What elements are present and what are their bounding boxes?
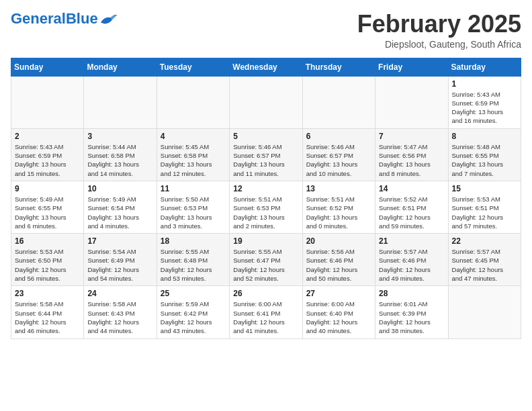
day-info: Sunrise: 5:46 AM Sunset: 6:57 PM Dayligh… [306,142,371,178]
logo-text: GeneralBlue [11,11,98,27]
calendar-cell [11,76,84,128]
day-number: 13 [306,184,371,193]
day-number: 19 [233,236,298,246]
day-info: Sunrise: 5:51 AM Sunset: 6:52 PM Dayligh… [306,195,371,230]
calendar-week-row: 2Sunrise: 5:43 AM Sunset: 6:59 PM Daylig… [11,128,521,181]
day-info: Sunrise: 5:58 AM Sunset: 6:43 PM Dayligh… [87,300,152,335]
day-number: 5 [233,132,298,141]
calendar-cell: 8Sunrise: 5:48 AM Sunset: 6:55 PM Daylig… [448,128,521,181]
day-number: 28 [379,289,444,298]
day-number: 4 [161,132,226,141]
day-number: 17 [87,236,152,246]
location-text: Diepsloot, Gauteng, South Africa [357,39,521,50]
day-info: Sunrise: 5:46 AM Sunset: 6:57 PM Dayligh… [233,142,298,178]
calendar-cell: 28Sunrise: 6:01 AM Sunset: 6:39 PM Dayli… [375,286,448,338]
day-number: 22 [452,236,517,246]
logo: GeneralBlue [11,11,118,27]
weekday-header: Friday [375,58,448,76]
calendar-cell [375,76,448,128]
calendar-cell: 7Sunrise: 5:47 AM Sunset: 6:56 PM Daylig… [375,128,448,181]
weekday-header: Wednesday [230,58,302,76]
day-number: 12 [233,184,298,193]
weekday-header: Saturday [448,58,521,76]
day-number: 20 [306,236,371,246]
calendar-week-row: 23Sunrise: 5:58 AM Sunset: 6:44 PM Dayli… [11,286,521,338]
day-info: Sunrise: 6:00 AM Sunset: 6:41 PM Dayligh… [233,300,298,335]
calendar-cell: 20Sunrise: 5:56 AM Sunset: 6:46 PM Dayli… [302,234,375,286]
calendar-cell: 14Sunrise: 5:52 AM Sunset: 6:51 PM Dayli… [375,181,448,233]
day-info: Sunrise: 5:57 AM Sunset: 6:45 PM Dayligh… [452,247,517,283]
calendar-cell: 26Sunrise: 6:00 AM Sunset: 6:41 PM Dayli… [230,286,302,338]
calendar-cell: 23Sunrise: 5:58 AM Sunset: 6:44 PM Dayli… [11,286,84,338]
calendar-cell [448,286,521,338]
calendar-cell: 11Sunrise: 5:50 AM Sunset: 6:53 PM Dayli… [157,181,229,233]
calendar-cell: 9Sunrise: 5:49 AM Sunset: 6:55 PM Daylig… [11,181,84,233]
day-info: Sunrise: 5:54 AM Sunset: 6:49 PM Dayligh… [87,247,152,283]
day-number: 26 [233,289,298,298]
weekday-header: Tuesday [157,58,229,76]
day-info: Sunrise: 5:57 AM Sunset: 6:46 PM Dayligh… [379,247,444,283]
calendar-cell: 6Sunrise: 5:46 AM Sunset: 6:57 PM Daylig… [302,128,375,181]
day-info: Sunrise: 5:55 AM Sunset: 6:47 PM Dayligh… [233,247,298,283]
calendar-cell: 3Sunrise: 5:44 AM Sunset: 6:58 PM Daylig… [84,128,157,181]
day-number: 7 [379,132,444,141]
calendar-cell: 1Sunrise: 5:43 AM Sunset: 6:59 PM Daylig… [448,76,521,128]
calendar-cell [157,76,229,128]
weekday-header: Monday [84,58,157,76]
calendar-table: SundayMondayTuesdayWednesdayThursdayFrid… [11,58,521,339]
day-number: 15 [452,184,517,193]
day-info: Sunrise: 5:52 AM Sunset: 6:51 PM Dayligh… [379,195,444,230]
day-info: Sunrise: 5:55 AM Sunset: 6:48 PM Dayligh… [161,247,226,283]
calendar-cell: 5Sunrise: 5:46 AM Sunset: 6:57 PM Daylig… [230,128,302,181]
calendar-cell: 18Sunrise: 5:55 AM Sunset: 6:48 PM Dayli… [157,234,229,286]
logo-general: General [11,10,66,27]
day-number: 11 [161,184,226,193]
day-number: 3 [87,132,152,141]
day-info: Sunrise: 5:58 AM Sunset: 6:44 PM Dayligh… [15,300,80,335]
day-info: Sunrise: 5:56 AM Sunset: 6:46 PM Dayligh… [306,247,371,283]
day-info: Sunrise: 5:48 AM Sunset: 6:55 PM Dayligh… [452,142,517,178]
day-info: Sunrise: 5:49 AM Sunset: 6:55 PM Dayligh… [15,195,80,230]
calendar-cell [230,76,302,128]
day-number: 24 [87,289,152,298]
calendar-cell: 12Sunrise: 5:51 AM Sunset: 6:53 PM Dayli… [230,181,302,233]
day-number: 21 [379,236,444,246]
day-number: 25 [161,289,226,298]
logo-bird-icon [99,11,118,27]
calendar-cell: 21Sunrise: 5:57 AM Sunset: 6:46 PM Dayli… [375,234,448,286]
day-number: 23 [15,289,80,298]
calendar-cell: 27Sunrise: 6:00 AM Sunset: 6:40 PM Dayli… [302,286,375,338]
day-info: Sunrise: 5:45 AM Sunset: 6:58 PM Dayligh… [161,142,226,178]
calendar-header-row: SundayMondayTuesdayWednesdayThursdayFrid… [11,58,521,76]
day-info: Sunrise: 6:00 AM Sunset: 6:40 PM Dayligh… [306,300,371,335]
calendar-week-row: 1Sunrise: 5:43 AM Sunset: 6:59 PM Daylig… [11,76,521,128]
calendar-week-row: 9Sunrise: 5:49 AM Sunset: 6:55 PM Daylig… [11,181,521,233]
calendar-cell: 19Sunrise: 5:55 AM Sunset: 6:47 PM Dayli… [230,234,302,286]
month-title: February 2025 [357,11,521,38]
day-info: Sunrise: 6:01 AM Sunset: 6:39 PM Dayligh… [379,300,444,335]
day-info: Sunrise: 5:53 AM Sunset: 6:50 PM Dayligh… [15,247,80,283]
weekday-header: Sunday [11,58,84,76]
day-info: Sunrise: 5:43 AM Sunset: 6:59 PM Dayligh… [15,142,80,178]
day-number: 9 [15,184,80,193]
day-info: Sunrise: 5:53 AM Sunset: 6:51 PM Dayligh… [452,195,517,230]
calendar-cell: 10Sunrise: 5:49 AM Sunset: 6:54 PM Dayli… [84,181,157,233]
calendar-cell: 4Sunrise: 5:45 AM Sunset: 6:58 PM Daylig… [157,128,229,181]
title-block: February 2025 Diepsloot, Gauteng, South … [357,11,521,50]
logo-blue: Blue [66,10,98,27]
calendar-cell [84,76,157,128]
day-info: Sunrise: 5:51 AM Sunset: 6:53 PM Dayligh… [233,195,298,230]
day-number: 14 [379,184,444,193]
calendar-cell: 22Sunrise: 5:57 AM Sunset: 6:45 PM Dayli… [448,234,521,286]
day-info: Sunrise: 5:50 AM Sunset: 6:53 PM Dayligh… [161,195,226,230]
day-info: Sunrise: 5:47 AM Sunset: 6:56 PM Dayligh… [379,142,444,178]
day-number: 18 [161,236,226,246]
day-number: 16 [15,236,80,246]
calendar-cell: 2Sunrise: 5:43 AM Sunset: 6:59 PM Daylig… [11,128,84,181]
calendar-week-row: 16Sunrise: 5:53 AM Sunset: 6:50 PM Dayli… [11,234,521,286]
calendar-cell [302,76,375,128]
day-info: Sunrise: 5:49 AM Sunset: 6:54 PM Dayligh… [87,195,152,230]
calendar-cell: 13Sunrise: 5:51 AM Sunset: 6:52 PM Dayli… [302,181,375,233]
day-number: 27 [306,289,371,298]
day-info: Sunrise: 5:59 AM Sunset: 6:42 PM Dayligh… [161,300,226,335]
